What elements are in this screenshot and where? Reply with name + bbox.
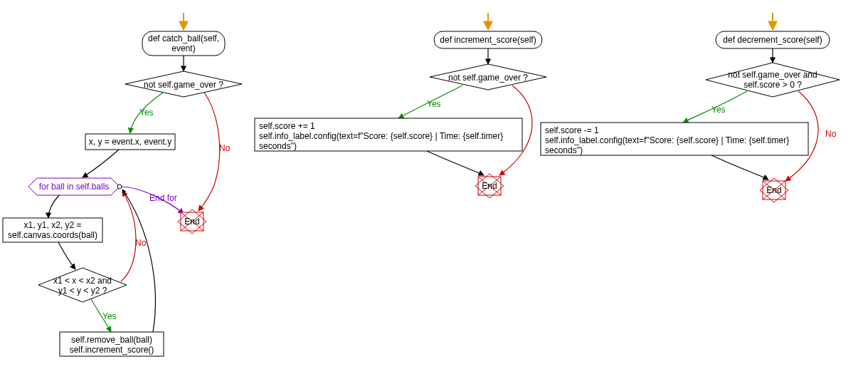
- body-label-2-l2: self.info_label.config(text=f"Score: {se…: [259, 131, 503, 141]
- body-label-3-l3: seconds"): [545, 145, 583, 155]
- cond2-label-l2: y1 < y < y2 ?: [58, 286, 107, 296]
- edge-cond2-no: [121, 191, 136, 281]
- loop-inbound-dot: [117, 185, 122, 189]
- end-label-3: End: [766, 185, 781, 195]
- edge-assign2-cond2: [58, 242, 75, 269]
- end-node-fc1: End: [178, 209, 206, 234]
- guard-label: not self.game_over ?: [144, 80, 223, 90]
- flowchart-decrement-score: def decrement_score(self) not self.game_…: [541, 13, 840, 202]
- entry-label-l1: def catch_ball(self,: [148, 33, 219, 43]
- entry-label-3: def decrement_score(self): [723, 35, 822, 45]
- edge-assign-for: [83, 150, 119, 177]
- cond2-label-l1: x1 < x < x2 and: [53, 276, 112, 286]
- end-label-2: End: [482, 181, 497, 191]
- for-loop-label: for ball in self.balls: [39, 182, 110, 192]
- edge-for-iter: [48, 195, 59, 218]
- guard-label-3-l2: self.score > 0 ?: [743, 80, 802, 90]
- no-label-2: No: [135, 238, 147, 248]
- edge-body-end-3: [711, 155, 768, 180]
- assign2-label-l2: self.canvas.coords(ball): [8, 230, 97, 240]
- entry-label-l2: event): [171, 43, 195, 53]
- flowchart-catch-ball: def catch_ball(self, event) not self.gam…: [3, 13, 242, 356]
- body-label-3-l1: self.score -= 1: [545, 125, 599, 135]
- edge-body-end-2: [427, 151, 484, 175]
- yes-label-4: Yes: [711, 105, 726, 115]
- end-label-1: End: [184, 217, 199, 227]
- no-label-4: No: [825, 129, 837, 139]
- body-label-l1: self.remove_ball(ball): [71, 335, 152, 345]
- body-label-2-l1: self.score += 1: [259, 121, 315, 131]
- flowchart-increment-score: def increment_score(self) not self.game_…: [255, 13, 552, 198]
- guard-label-3-l1: not self.game_over and: [728, 70, 817, 80]
- assign1-label: x, y = event.x, event.y: [89, 137, 171, 147]
- guard-label-2: not self.game_over ?: [448, 73, 528, 83]
- flowcharts-canvas: def catch_ball(self, event) not self.gam…: [0, 0, 868, 379]
- body-label-2-l3: seconds"): [259, 141, 297, 151]
- no-label-1: No: [219, 143, 231, 153]
- end-node-fc2: End: [475, 174, 504, 198]
- end-node-fc3: End: [760, 178, 788, 202]
- assign2-label-l1: x1, y1, x2, y2 =: [23, 220, 81, 230]
- yes-label-1: Yes: [139, 108, 154, 118]
- edge-body-loop: [122, 190, 155, 332]
- endfor-label: End for: [149, 193, 177, 203]
- yes-label-2: Yes: [102, 311, 117, 321]
- body-label-3-l2: self.info_label.config(text=f"Score: {se…: [545, 135, 789, 145]
- body-label-l2: self.increment_score(): [70, 345, 154, 355]
- entry-label-2: def increment_score(self): [440, 35, 536, 45]
- edge-guard-no: [199, 93, 220, 211]
- yes-label-3: Yes: [427, 99, 441, 109]
